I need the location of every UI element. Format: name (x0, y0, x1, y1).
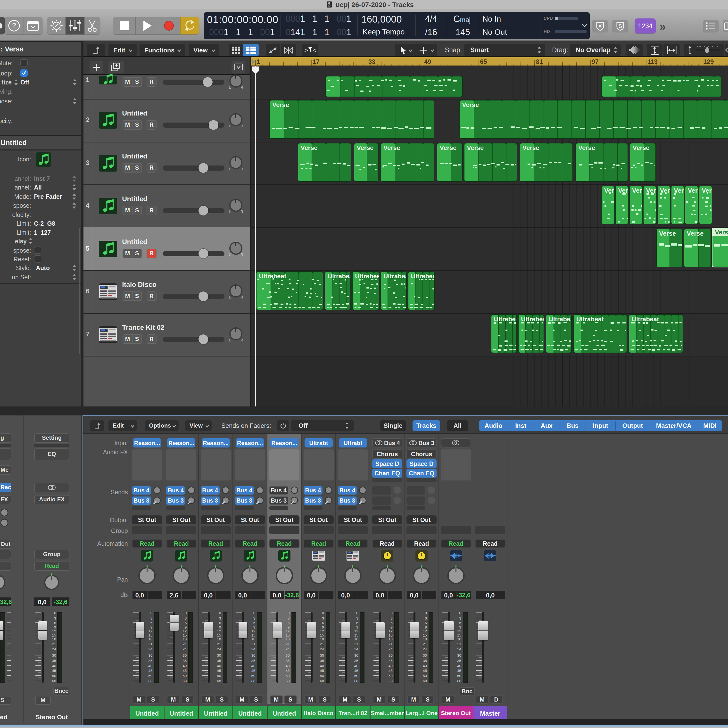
svg-text:✕: ✕ (598, 23, 602, 29)
svg-text:S: S (619, 23, 622, 29)
svg-text:>: > (304, 47, 308, 54)
svg-text:?: ? (12, 21, 16, 29)
svg-text:<: < (312, 47, 316, 54)
